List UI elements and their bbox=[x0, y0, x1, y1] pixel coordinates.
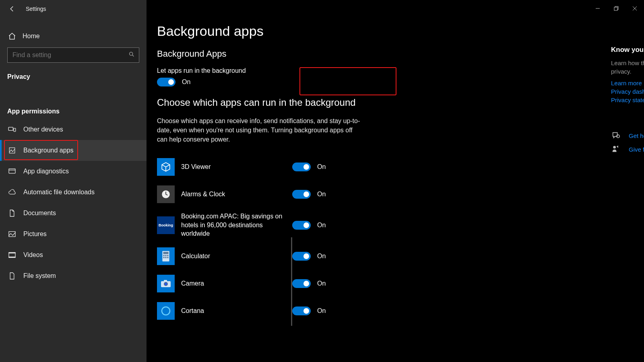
sidebar-nav-list: Other devices Background apps App diagno… bbox=[0, 119, 147, 286]
back-button[interactable] bbox=[8, 5, 16, 13]
devices-icon bbox=[8, 125, 16, 134]
link-privacy-statement[interactable]: Privacy statement bbox=[611, 97, 644, 103]
link-give-feedback[interactable]: Give feedback bbox=[629, 146, 644, 153]
settings-sidebar: Settings Home Privacy App permissions Ot… bbox=[0, 0, 147, 362]
svg-rect-17 bbox=[165, 257, 166, 258]
sidebar-item-videos[interactable]: Videos bbox=[0, 245, 147, 265]
app-toggle-calculator[interactable] bbox=[292, 252, 311, 261]
svg-point-25 bbox=[613, 146, 616, 149]
svg-rect-12 bbox=[163, 252, 169, 254]
app-row-alarms-clock: Alarms & Clock On bbox=[157, 181, 447, 208]
booking-icon: Booking bbox=[157, 216, 175, 234]
page-title: Background apps bbox=[157, 23, 447, 39]
section-choose-apps-description: Choose which apps can receive info, send… bbox=[157, 116, 362, 144]
link-get-help[interactable]: Get help bbox=[629, 132, 644, 139]
diagnostics-icon bbox=[8, 167, 16, 175]
svg-rect-14 bbox=[165, 255, 166, 256]
svg-rect-6 bbox=[9, 253, 15, 257]
sidebar-home[interactable]: Home bbox=[8, 28, 40, 44]
videos-icon bbox=[8, 251, 16, 259]
svg-rect-4 bbox=[9, 169, 15, 173]
search-icon bbox=[128, 51, 135, 59]
app-name-label: Calculator bbox=[181, 252, 286, 261]
help-icon bbox=[611, 131, 621, 140]
svg-rect-16 bbox=[163, 257, 165, 258]
sidebar-item-file-system[interactable]: File system bbox=[0, 265, 147, 286]
svg-rect-8 bbox=[9, 257, 15, 258]
maximize-button[interactable] bbox=[607, 2, 625, 14]
minimize-button[interactable] bbox=[588, 2, 607, 14]
sidebar-item-background-apps[interactable]: Background apps bbox=[0, 140, 147, 161]
sidebar-section-privacy: Privacy bbox=[7, 73, 30, 80]
background-apps-icon bbox=[8, 146, 16, 154]
app-name-label: Booking.com APAC: Big savings on hotels … bbox=[181, 212, 286, 238]
file-icon bbox=[8, 272, 16, 280]
app-toggle-state: On bbox=[317, 191, 326, 198]
app-toggle-state: On bbox=[317, 222, 326, 229]
app-name-label: Cortana bbox=[181, 306, 286, 315]
feedback-icon bbox=[611, 144, 621, 154]
window-controls bbox=[588, 2, 644, 14]
alarms-clock-icon bbox=[157, 185, 175, 203]
svg-rect-7 bbox=[9, 253, 15, 253]
info-column: Know your privacy options Learn how this… bbox=[611, 46, 644, 154]
app-toggle-camera[interactable] bbox=[292, 279, 311, 288]
sidebar-item-label: Other devices bbox=[23, 126, 63, 133]
sidebar-item-label: Pictures bbox=[23, 230, 47, 238]
search-input[interactable] bbox=[12, 51, 118, 59]
app-row-3d-viewer: 3D Viewer On bbox=[157, 153, 447, 181]
window-title: Settings bbox=[26, 6, 46, 12]
sidebar-item-label: Documents bbox=[23, 210, 56, 217]
app-row-calculator: Calculator On bbox=[157, 243, 447, 270]
sidebar-item-label: Background apps bbox=[23, 147, 74, 154]
svg-rect-2 bbox=[14, 128, 16, 132]
link-learn-more[interactable]: Learn more bbox=[611, 80, 644, 86]
content-pane: Background apps Background Apps Let apps… bbox=[147, 0, 644, 362]
svg-point-23 bbox=[162, 307, 170, 315]
app-toggle-state: On bbox=[317, 253, 326, 260]
svg-rect-15 bbox=[167, 255, 168, 256]
app-name-label: Camera bbox=[181, 279, 286, 288]
home-label: Home bbox=[23, 33, 40, 40]
app-name-label: Alarms & Clock bbox=[181, 190, 286, 199]
sidebar-item-label: Automatic file downloads bbox=[23, 189, 95, 196]
svg-rect-18 bbox=[167, 257, 168, 258]
sidebar-item-pictures[interactable]: Pictures bbox=[0, 224, 147, 245]
app-toggle-booking[interactable] bbox=[292, 221, 311, 230]
pictures-icon bbox=[8, 230, 16, 238]
app-toggle-cortana[interactable] bbox=[292, 306, 311, 315]
sidebar-item-label: Videos bbox=[23, 251, 43, 259]
info-description: Learn how this setting impacts your priv… bbox=[611, 59, 644, 76]
close-button[interactable] bbox=[625, 2, 644, 14]
master-toggle-label: Let apps run in the background bbox=[157, 67, 447, 74]
svg-rect-20 bbox=[164, 280, 167, 282]
document-icon bbox=[8, 209, 16, 217]
sidebar-item-other-devices[interactable]: Other devices bbox=[0, 119, 147, 140]
camera-icon bbox=[157, 275, 175, 292]
app-toggle-state: On bbox=[317, 307, 326, 315]
sidebar-item-automatic-file-downloads[interactable]: Automatic file downloads bbox=[0, 182, 147, 203]
cloud-icon bbox=[8, 188, 16, 196]
sidebar-group-app-permissions: App permissions bbox=[7, 108, 60, 115]
search-box[interactable] bbox=[7, 47, 139, 63]
app-toggle-state: On bbox=[317, 163, 326, 171]
sidebar-item-documents[interactable]: Documents bbox=[0, 203, 147, 224]
calculator-icon bbox=[157, 247, 175, 265]
section-choose-apps-heading: Choose which apps can run in the backgro… bbox=[157, 97, 447, 108]
app-row-camera: Camera On bbox=[157, 270, 447, 297]
master-toggle-state: On bbox=[182, 78, 190, 86]
app-toggle-alarms-clock[interactable] bbox=[292, 190, 311, 199]
info-heading: Know your privacy options bbox=[611, 46, 644, 54]
sidebar-item-label: File system bbox=[23, 272, 56, 280]
svg-rect-3 bbox=[9, 148, 15, 153]
home-icon bbox=[8, 32, 16, 40]
app-row-booking: Booking Booking.com APAC: Big savings on… bbox=[157, 208, 447, 243]
app-toggle-3d-viewer[interactable] bbox=[292, 162, 311, 171]
svg-rect-9 bbox=[614, 7, 617, 10]
link-privacy-dashboard[interactable]: Privacy dashboard bbox=[611, 88, 644, 95]
svg-rect-13 bbox=[163, 255, 165, 256]
sidebar-item-app-diagnostics[interactable]: App diagnostics bbox=[0, 161, 147, 182]
svg-rect-1 bbox=[8, 127, 13, 130]
master-toggle[interactable] bbox=[157, 78, 175, 86]
app-name-label: 3D Viewer bbox=[181, 162, 286, 171]
